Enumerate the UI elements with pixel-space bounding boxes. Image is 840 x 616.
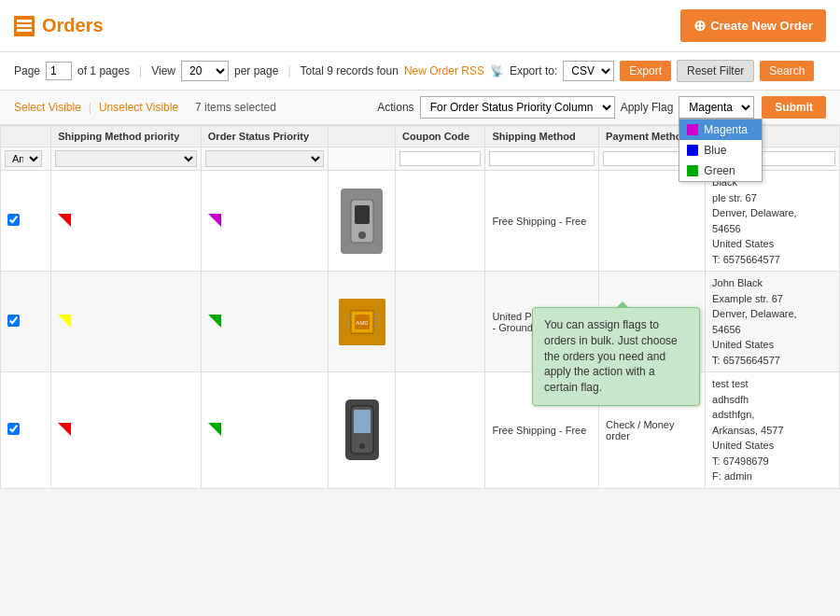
blue-dot xyxy=(687,145,698,156)
sep1: | xyxy=(139,64,142,77)
table-row: AMD xyxy=(1,272,840,372)
create-button-label: Create New Order xyxy=(710,19,813,33)
filter-ship-pri-select[interactable] xyxy=(55,150,197,167)
row1-checkbox[interactable] xyxy=(7,214,20,226)
svg-rect-1 xyxy=(17,24,32,27)
row3-checkbox[interactable] xyxy=(7,423,20,435)
row1-ship-flag-red xyxy=(58,214,71,227)
row1-shipping: Free Shipping - Free xyxy=(485,171,599,272)
col-header-order-status-priority: Order Status Priority xyxy=(201,126,328,147)
flag-select-wrapper: Magenta Blue Green Magenta Blue Green xyxy=(679,96,754,119)
total-pages-text: of 1 pages xyxy=(77,64,130,77)
sep2: | xyxy=(287,64,290,77)
blue-label: Blue xyxy=(704,144,726,157)
flag-select[interactable]: Magenta Blue Green xyxy=(679,96,754,119)
view-select[interactable]: 20 50 100 xyxy=(181,61,229,81)
row2-ord-flag-green xyxy=(208,315,221,328)
filter-ship-pri xyxy=(51,147,202,171)
row2-address: John BlackExample str. 67Denver, Delawar… xyxy=(706,272,840,372)
svg-rect-5 xyxy=(355,205,370,224)
reset-filter-button[interactable]: Reset Filter xyxy=(677,60,754,82)
page-title-text: Orders xyxy=(42,15,104,36)
row3-ship-flag-red xyxy=(58,423,71,436)
submit-button[interactable]: Submit xyxy=(762,96,826,119)
row3-check-cell xyxy=(1,372,51,489)
select-sep: | xyxy=(89,101,91,114)
row2-ord-pri xyxy=(201,272,328,372)
table-row: Free Shipping - Free Check / Money order… xyxy=(1,372,840,489)
row1-check-cell xyxy=(1,171,51,272)
tooltip-text: You can assign flags to orders in bulk. … xyxy=(544,318,678,394)
filter-check: Any xyxy=(1,147,51,171)
svg-rect-18 xyxy=(354,410,371,433)
filter-ord-pri xyxy=(201,147,328,171)
col-header-coupon: Coupon Code xyxy=(396,126,485,147)
row2-check-cell xyxy=(1,272,51,372)
export-format-select[interactable]: CSV XML xyxy=(563,61,614,81)
row2-product-image: AMD xyxy=(339,299,385,345)
filter-any-select[interactable]: Any xyxy=(5,150,42,167)
row3-img-cell xyxy=(329,372,396,489)
row1-coupon xyxy=(396,171,485,272)
magenta-label: Magenta xyxy=(704,123,748,136)
row1-payment xyxy=(599,171,706,272)
toolbar: Page of 1 pages | View 20 50 100 per pag… xyxy=(0,52,840,91)
actions-select[interactable]: For Order Status Priority Column xyxy=(420,96,615,119)
magenta-dot xyxy=(687,124,698,135)
flag-option-green[interactable]: Green xyxy=(679,161,762,181)
flag-option-magenta[interactable]: Magenta xyxy=(679,119,762,140)
filter-ord-pri-select[interactable] xyxy=(205,150,324,167)
row2-ship-pri xyxy=(51,272,202,372)
row1-product-image xyxy=(341,189,383,254)
row1-ord-pri xyxy=(201,171,328,272)
row3-ship-pri xyxy=(51,372,202,489)
page-title: Orders xyxy=(14,15,104,36)
green-label: Green xyxy=(704,164,735,177)
selected-count: 7 items selected xyxy=(195,101,276,114)
svg-point-4 xyxy=(358,231,366,239)
row1-ship-pri xyxy=(51,171,202,272)
row3-address: test testadhsdfhadsthfgn,Arkansas, 4577U… xyxy=(706,372,840,489)
page-header: Orders ⊕ Create New Order xyxy=(0,0,840,52)
actions-label: Actions xyxy=(377,101,413,114)
new-order-rss-link[interactable]: New Order RSS xyxy=(404,64,484,77)
search-button[interactable]: Search xyxy=(760,61,814,81)
flag-option-blue[interactable]: Blue xyxy=(679,140,762,161)
row2-ship-flag-yellow xyxy=(58,315,71,328)
filter-ship-method xyxy=(485,147,599,171)
total-records: Total 9 records foun xyxy=(301,64,399,77)
row1-ord-flag-magenta xyxy=(208,214,221,227)
col-header-img xyxy=(329,126,396,147)
select-visible-link[interactable]: Select Visible xyxy=(14,101,81,114)
svg-rect-0 xyxy=(17,20,32,22)
flag-dropdown: Magenta Blue Green xyxy=(679,119,763,182)
row2-img-cell: AMD xyxy=(329,272,396,372)
page-label: Page xyxy=(14,64,40,77)
row1-img-cell xyxy=(329,171,396,272)
per-page-label: per page xyxy=(234,64,278,77)
filter-img xyxy=(329,147,396,171)
row3-ord-pri xyxy=(201,372,328,489)
col-header-shipping-method: Shipping Method xyxy=(485,126,599,147)
row2-checkbox[interactable] xyxy=(7,315,20,327)
export-to-label: Export to: xyxy=(510,64,557,77)
table-row: Free Shipping - Free Blackple str. 67Den… xyxy=(1,171,840,272)
plus-icon: ⊕ xyxy=(693,17,706,35)
actions-right: Actions For Order Status Priority Column… xyxy=(377,96,754,119)
unselect-visible-link[interactable]: Unselect Visible xyxy=(99,101,178,114)
filter-coupon xyxy=(396,147,485,171)
col-header-shipping-priority: Shipping Method priority xyxy=(51,126,202,147)
filter-coupon-input[interactable] xyxy=(399,151,481,166)
row3-coupon xyxy=(396,372,485,489)
orders-icon xyxy=(14,16,35,36)
rss-icon: 📡 xyxy=(490,64,504,77)
svg-rect-2 xyxy=(17,29,32,32)
actions-bar: Select Visible | Unselect Visible 7 item… xyxy=(0,91,840,125)
page-input[interactable] xyxy=(46,62,72,80)
filter-ship-input[interactable] xyxy=(489,151,595,166)
svg-text:AMD: AMD xyxy=(356,320,369,326)
export-button[interactable]: Export xyxy=(620,61,671,81)
row3-ord-flag-green xyxy=(208,423,221,436)
create-new-order-button[interactable]: ⊕ Create New Order xyxy=(680,9,826,42)
row2-coupon xyxy=(396,272,485,372)
